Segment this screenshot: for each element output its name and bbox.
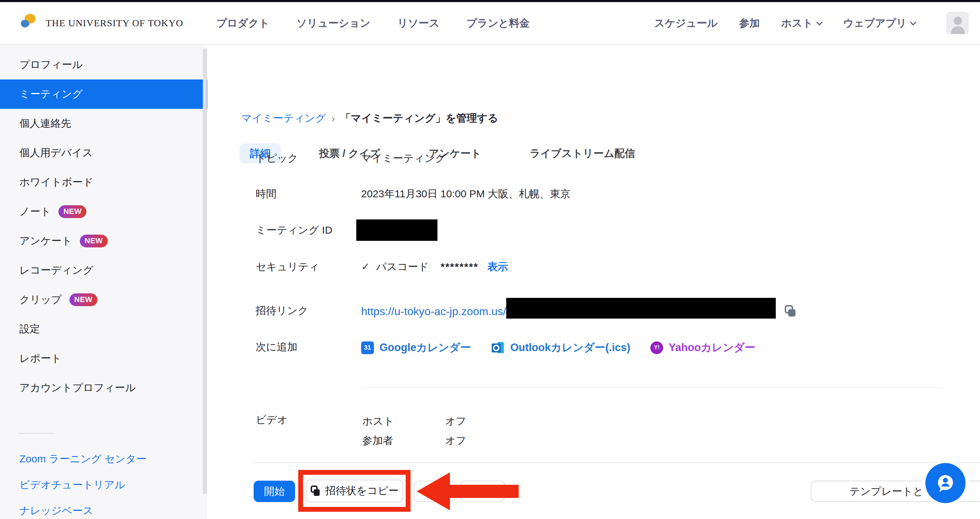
sidebar-item-whiteboard[interactable]: ホワイトボード (0, 167, 207, 197)
sidebar-scrollbar[interactable] (203, 48, 207, 494)
sidebar-item-settings[interactable]: 設定 (0, 314, 207, 344)
logo-text: THE UNIVERSITY OF TOKYO (46, 18, 183, 29)
sidebar-link-video-tutorials[interactable]: ビデオチュートリアル (0, 472, 207, 498)
page-title: 「マイミーティング」を管理する (340, 111, 498, 126)
sidebar-item-label: ミーティング (19, 87, 83, 101)
copy-invitation-button[interactable]: 招待状をコピー (306, 479, 403, 502)
avatar-person-icon (954, 17, 962, 25)
sidebar-item-clips[interactable]: クリップNEW (0, 285, 207, 314)
checkmark-icon: ✓ (361, 261, 370, 273)
calendar-links: 31 Googleカレンダー Outlookカレンダー(.ics) Y! Yah… (361, 340, 756, 355)
sidebar-item-personal-contacts[interactable]: 個人連絡先 (0, 109, 207, 138)
video-host-label: ホスト (362, 414, 394, 428)
university-logo[interactable]: THE UNIVERSITY OF TOKYO (20, 13, 183, 34)
red-highlight-box: 招待状をコピー (298, 470, 410, 512)
main-content: マイミーティング › 「マイミーティング」を管理する 詳細 投票 / クイズ ア… (207, 45, 980, 519)
nav-solutions[interactable]: ソリューション (296, 16, 371, 30)
red-arrow-annotation (449, 485, 519, 498)
red-arrow-annotation (417, 472, 450, 510)
sidebar-item-label: レコーディング (19, 263, 93, 277)
support-chat-fab[interactable] (925, 463, 966, 503)
utokyo-ginkgo-icon (20, 13, 40, 34)
passcode-label: パスコード (376, 261, 429, 272)
chevron-down-icon (910, 19, 916, 25)
sidebar-item-recordings[interactable]: レコーディング (0, 256, 207, 285)
video-participant-label: 参加者 (362, 434, 393, 447)
redacted-meeting-id (356, 220, 438, 241)
user-avatar[interactable] (947, 12, 969, 34)
copy-invitation-label: 招待状をコピー (325, 484, 398, 498)
sidebar-link-learning-center[interactable]: Zoom ラーニング センター (0, 446, 207, 472)
sidebar-item-personal-devices[interactable]: 個人用デバイス (0, 138, 207, 167)
redacted-invite-link (506, 298, 776, 318)
nav-web-app[interactable]: ウェブアプリ (843, 16, 915, 30)
video-label: ビデオ (256, 413, 288, 427)
nav-resources[interactable]: リソース (398, 16, 439, 30)
zoom-web-portal: THE UNIVERSITY OF TOKYO プロダクト ソリューション リソ… (0, 0, 980, 519)
sidebar-item-notes[interactable]: ノートNEW (0, 197, 207, 226)
sidebar-item-label: 設定 (19, 322, 40, 336)
nav-web-app-label: ウェブアプリ (843, 16, 907, 30)
outlook-calendar-link[interactable]: Outlookカレンダー(.ics) (491, 341, 630, 355)
sidebar-item-label: ノート (19, 205, 51, 219)
new-badge: NEW (80, 235, 108, 247)
sidebar-item-label: アンケート (19, 234, 72, 248)
sidebar-item-label: ホワイトボード (19, 175, 93, 189)
nav-host[interactable]: ホスト (781, 16, 822, 30)
yahoo-calendar-icon: Y! (650, 341, 663, 354)
yahoo-calendar-link[interactable]: Y! Yahooカレンダー (650, 341, 756, 355)
sidebar-item-reports[interactable]: レポート (0, 344, 207, 373)
video-participant-value: オフ (445, 434, 466, 447)
sidebar-item-profile[interactable]: プロフィール (0, 50, 207, 80)
nav-join[interactable]: 参加 (739, 16, 760, 30)
nav-schedule[interactable]: スケジュール (654, 16, 718, 30)
sidebar-item-label: 個人連絡先 (19, 116, 71, 131)
breadcrumb-my-meetings[interactable]: マイミーティング (241, 111, 326, 126)
nav-products[interactable]: プロダクト (216, 16, 269, 30)
header: THE UNIVERSITY OF TOKYO プロダクト ソリューション リソ… (0, 2, 980, 45)
sidebar-item-meetings[interactable]: ミーティング (0, 80, 207, 109)
invite-link-url[interactable]: https://u-tokyo-ac-jp.zoom.us/j/ (361, 304, 512, 319)
copy-icon (310, 485, 321, 497)
google-calendar-label: Googleカレンダー (379, 341, 471, 355)
security-label: セキュリティ (256, 260, 319, 274)
topic-label: トピック (256, 151, 298, 165)
sidebar-item-label: レポート (19, 352, 62, 366)
tab-live-streaming[interactable]: ライブストリーム配信 (519, 143, 646, 164)
meeting-id-label: ミーティング ID (256, 223, 332, 237)
new-badge: NEW (59, 205, 86, 218)
sidebar-list: プロフィール ミーティング 個人連絡先 個人用デバイス ホワイトボード ノートN… (0, 45, 207, 403)
add-to-label: 次に追加 (256, 340, 298, 354)
passcode-mask: ******** (441, 261, 478, 272)
sidebar-divider (19, 433, 54, 434)
avatar-person-icon (951, 26, 965, 34)
sidebar-item-label: プロフィール (19, 58, 83, 72)
breadcrumb: マイミーティング › 「マイミーティング」を管理する (241, 111, 498, 126)
show-passcode-link[interactable]: 表示 (487, 261, 508, 272)
nav-right: スケジュール 参加 ホスト ウェブアプリ (654, 12, 980, 34)
sidebar-item-label: アカウントプロフィール (19, 381, 136, 395)
invite-link-label: 招待リンク (256, 304, 308, 318)
sidebar-links: Zoom ラーニング センター ビデオチュートリアル ナレッジベース (0, 446, 207, 519)
time-label: 時間 (256, 187, 277, 201)
google-calendar-icon: 31 (361, 341, 374, 354)
sidebar-item-label: クリップ (19, 293, 62, 307)
new-badge: NEW (70, 293, 97, 306)
copy-link-button[interactable] (784, 305, 797, 318)
video-host-value: オフ (445, 414, 466, 428)
time-value: 2023年11月30日 10:00 PM 大阪、札幌、東京 (361, 187, 571, 201)
google-calendar-link[interactable]: 31 Googleカレンダー (361, 341, 471, 355)
outlook-calendar-label: Outlookカレンダー(.ics) (511, 341, 630, 355)
topic-value: マイミーティング (361, 151, 446, 165)
breadcrumb-separator: › (331, 113, 335, 124)
chevron-down-icon (816, 19, 822, 25)
nav-plans-pricing[interactable]: プランと料金 (466, 16, 530, 30)
sidebar-item-account-profile[interactable]: アカウントプロフィール (0, 373, 207, 403)
yahoo-calendar-label: Yahooカレンダー (669, 341, 756, 355)
sidebar-item-surveys[interactable]: アンケートNEW (0, 226, 207, 256)
section-divider (361, 387, 943, 388)
start-button[interactable]: 開始 (254, 481, 295, 502)
sidebar-link-knowledge-base[interactable]: ナレッジベース (0, 498, 207, 519)
sidebar: プロフィール ミーティング 個人連絡先 個人用デバイス ホワイトボード ノートN… (0, 45, 207, 519)
copy-icon (784, 305, 797, 318)
